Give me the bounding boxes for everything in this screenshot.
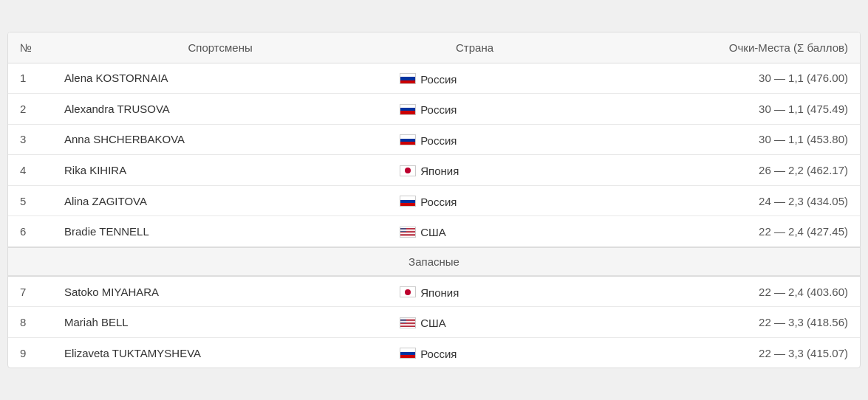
table-row: 9Elizaveta TUKTAMYSHEVAРоссия22 — 3,3 (4… bbox=[8, 337, 860, 368]
japan-flag-icon bbox=[400, 165, 416, 176]
row-country: США bbox=[388, 307, 561, 338]
row-country: Россия bbox=[388, 63, 561, 94]
row-country: США bbox=[388, 216, 561, 247]
row-athlete: Alena KOSTORNAIA bbox=[52, 63, 388, 94]
table-row: 7Satoko MIYAHARAЯпония22 — 2,4 (403.60) bbox=[8, 276, 860, 307]
table-row: 4Rika KIHIRAЯпония26 — 2,2 (462.17) bbox=[8, 155, 860, 186]
row-country: Россия bbox=[388, 124, 561, 155]
row-score: 24 — 2,3 (434.05) bbox=[561, 185, 860, 216]
russia-flag-icon bbox=[400, 196, 416, 207]
table-row: 2Alexandra TRUSOVAРоссия30 — 1,1 (475.49… bbox=[8, 94, 860, 125]
row-score: 30 — 1,1 (453.80) bbox=[561, 124, 860, 155]
rankings-table: № Спортсмены Страна Очки-Места (Σ баллов… bbox=[8, 32, 860, 368]
main-table-wrapper: № Спортсмены Страна Очки-Места (Σ баллов… bbox=[7, 32, 861, 369]
header-athlete: Спортсмены bbox=[52, 32, 388, 63]
reserve-label: Запасные bbox=[8, 247, 860, 276]
russia-flag-icon bbox=[400, 73, 416, 84]
row-num: 4 bbox=[8, 155, 52, 186]
country-name: США bbox=[420, 226, 446, 238]
table-row: 3Anna SHCHERBAKOVAРоссия30 — 1,1 (453.80… bbox=[8, 124, 860, 155]
russia-flag-icon bbox=[400, 134, 416, 145]
russia-flag-icon bbox=[400, 104, 416, 115]
row-athlete: Rika KIHIRA bbox=[52, 155, 388, 186]
country-name: США bbox=[420, 317, 446, 329]
row-score: 22 — 2,4 (403.60) bbox=[561, 276, 860, 307]
country-name: Россия bbox=[420, 195, 457, 207]
row-athlete: Anna SHCHERBAKOVA bbox=[52, 124, 388, 155]
row-athlete: Mariah BELL bbox=[52, 307, 388, 338]
header-num: № bbox=[8, 32, 52, 63]
header-country: Страна bbox=[388, 32, 561, 63]
row-score: 30 — 1,1 (475.49) bbox=[561, 94, 860, 125]
row-num: 9 bbox=[8, 337, 52, 368]
table-row: 6Bradie TENNELLСША22 — 2,4 (427.45) bbox=[8, 216, 860, 247]
row-country: Россия bbox=[388, 94, 561, 125]
table-row: 5Alina ZAGITOVAРоссия24 — 2,3 (434.05) bbox=[8, 185, 860, 216]
row-country: Япония bbox=[388, 276, 561, 307]
row-score: 26 — 2,2 (462.17) bbox=[561, 155, 860, 186]
russia-flag-icon bbox=[400, 348, 416, 359]
country-name: Япония bbox=[420, 165, 459, 177]
reserve-header-row: Запасные bbox=[8, 247, 860, 276]
row-athlete: Elizaveta TUKTAMYSHEVA bbox=[52, 337, 388, 368]
country-name: Россия bbox=[420, 72, 457, 85]
table-row: 8Mariah BELLСША22 — 3,3 (418.56) bbox=[8, 307, 860, 338]
country-name: Россия bbox=[420, 134, 457, 146]
row-athlete: Alexandra TRUSOVA bbox=[52, 94, 388, 125]
japan-flag-icon bbox=[400, 286, 416, 297]
usa-flag-icon bbox=[400, 227, 416, 238]
row-athlete: Bradie TENNELL bbox=[52, 216, 388, 247]
row-score: 30 — 1,1 (476.00) bbox=[561, 63, 860, 94]
country-name: Россия bbox=[420, 347, 457, 359]
header-score: Очки-Места (Σ баллов) bbox=[561, 32, 860, 63]
row-num: 6 bbox=[8, 216, 52, 247]
country-name: Япония bbox=[420, 286, 459, 298]
row-num: 8 bbox=[8, 307, 52, 338]
country-name: Россия bbox=[420, 103, 457, 116]
row-score: 22 — 3,3 (418.56) bbox=[561, 307, 860, 338]
row-num: 7 bbox=[8, 276, 52, 307]
usa-flag-icon bbox=[400, 317, 416, 328]
row-num: 1 bbox=[8, 63, 52, 94]
row-athlete: Alina ZAGITOVA bbox=[52, 185, 388, 216]
table-row: 1Alena KOSTORNAIAРоссия30 — 1,1 (476.00) bbox=[8, 63, 860, 94]
row-country: Россия bbox=[388, 337, 561, 368]
row-num: 3 bbox=[8, 124, 52, 155]
row-num: 2 bbox=[8, 94, 52, 125]
row-score: 22 — 2,4 (427.45) bbox=[561, 216, 860, 247]
row-athlete: Satoko MIYAHARA bbox=[52, 276, 388, 307]
row-num: 5 bbox=[8, 185, 52, 216]
table-header-row: № Спортсмены Страна Очки-Места (Σ баллов… bbox=[8, 32, 860, 63]
row-country: Япония bbox=[388, 155, 561, 186]
row-country: Россия bbox=[388, 185, 561, 216]
row-score: 22 — 3,3 (415.07) bbox=[561, 337, 860, 368]
